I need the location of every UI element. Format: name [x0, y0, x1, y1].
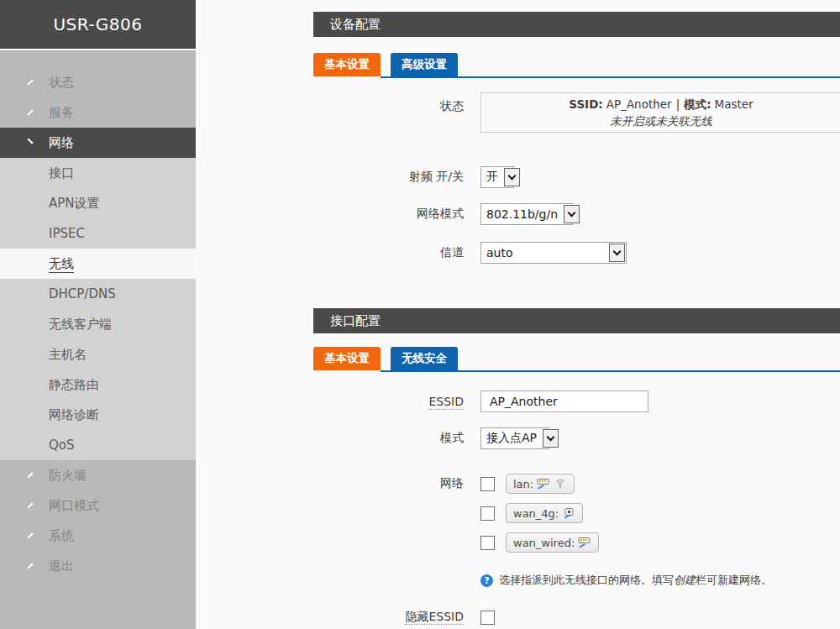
- status-label: 状态: [313, 92, 480, 114]
- sidebar-item-label: 网络: [29, 135, 74, 151]
- sidebar-item-logout[interactable]: 退出: [0, 551, 196, 581]
- chevron-right-icon: [0, 563, 29, 569]
- channel-select[interactable]: auto: [480, 242, 627, 264]
- radio-selected-value: 开: [481, 167, 503, 187]
- sidebar-item-label: QoS: [0, 438, 75, 453]
- sidebar-item-system[interactable]: 系统: [0, 521, 196, 551]
- network-assign-row-wan4g: wan_4g:: [480, 503, 840, 523]
- network-help-row: ? 选择指派到此无线接口的网络。填写创建栏可新建网络。: [480, 573, 840, 588]
- status-row: 状态 SSID:AP_Another|模式:Master 未开启或未关联无线: [313, 92, 840, 133]
- tab-basic-settings[interactable]: 基本设置: [313, 53, 381, 76]
- app-title: USR-G806: [0, 0, 196, 49]
- sidebar-item-label: 网络诊断: [0, 407, 99, 423]
- radio-row: 射频 开/关 开: [313, 166, 840, 188]
- chevron-down-icon: [568, 209, 576, 218]
- channel-row: 信道 auto: [313, 242, 840, 264]
- sidebar-item-qos[interactable]: QoS: [0, 430, 196, 460]
- sidebar-item-wireless[interactable]: 无线: [0, 249, 196, 279]
- network-badge-wan-wired: wan_wired:: [506, 532, 599, 553]
- select-dropdown-button[interactable]: [543, 429, 559, 448]
- sidebar-nav: 状态 服务 网络 接口 APN设置 IPSEC 无线 DHCP/DNS: [0, 50, 196, 629]
- sidebar-item-services[interactable]: 服务: [0, 97, 196, 128]
- network-mode-select[interactable]: 802.11b/g/n: [480, 203, 573, 225]
- network-badge-label: wan_wired:: [513, 537, 575, 549]
- tab-advanced-settings[interactable]: 高级设置: [391, 53, 458, 76]
- help-icon: ?: [480, 574, 493, 587]
- select-dropdown-button[interactable]: [504, 168, 520, 186]
- network-mode-row: 网络模式 802.11b/g/n: [313, 203, 840, 225]
- tab-underline: [381, 370, 840, 372]
- network-help-text: 选择指派到此无线接口的网络。填写创建栏可新建网络。: [499, 573, 772, 588]
- mode-row: 模式 接入点AP: [313, 427, 840, 449]
- network-assign-row-wanwired: wan_wired:: [480, 532, 840, 553]
- sidebar-item-apn[interactable]: APN设置: [0, 188, 196, 218]
- sidebar-item-label: 系统: [29, 528, 74, 544]
- ethernet-switch-icon: [537, 477, 550, 490]
- channel-selected-value: auto: [481, 243, 608, 263]
- network-checkbox-wan-4g[interactable]: [480, 506, 495, 521]
- select-dropdown-button[interactable]: [609, 244, 625, 262]
- sidebar-item-status[interactable]: 状态: [0, 67, 196, 97]
- sidebar-item-label: 无线客户端: [0, 317, 112, 333]
- sidebar-item-label: 接口: [0, 165, 74, 181]
- interface-config-tabs: 基本设置 无线安全: [313, 347, 840, 372]
- network-assign-row-lan: 网络 lan:: [313, 474, 840, 494]
- sidebar-item-label: 防火墙: [29, 468, 87, 484]
- sidebar-item-dhcp-dns[interactable]: DHCP/DNS: [0, 279, 196, 309]
- chevron-down-icon: [613, 248, 622, 256]
- channel-label: 信道: [313, 245, 480, 260]
- section-header-device-config: 设备配置: [313, 12, 840, 37]
- select-dropdown-button[interactable]: [564, 205, 580, 223]
- sidebar-item-label: 退出: [29, 558, 74, 574]
- chevron-down-icon: [508, 172, 517, 181]
- sidebar-item-label: 状态: [29, 75, 74, 91]
- device-config-tabs: 基本设置 高级设置: [313, 53, 840, 78]
- radio-label: 射频 开/关: [313, 170, 480, 185]
- network-badge-lan: lan:: [506, 474, 575, 494]
- hide-essid-label: 隐藏ESSID: [313, 610, 480, 625]
- sidebar-item-label: IPSEC: [0, 226, 85, 241]
- chevron-down-icon: [547, 433, 555, 442]
- chevron-right-icon: [0, 109, 29, 116]
- mode-select[interactable]: 接入点AP: [480, 427, 549, 449]
- hide-essid-checkbox[interactable]: [480, 611, 495, 625]
- essid-label: ESSID: [313, 395, 480, 408]
- tab-underline: [381, 76, 840, 78]
- chevron-right-icon: [0, 472, 29, 479]
- sidebar-item-label: 主机名: [0, 347, 87, 363]
- network-mode-label: 网络模式: [313, 207, 480, 222]
- sidebar-item-label: 无线: [0, 256, 74, 272]
- sidebar: USR-G806 状态 服务 网络 接口 APN设置 IPSEC 无线: [0, 0, 196, 629]
- wifi-antenna-icon: [554, 477, 567, 490]
- sidebar-item-label: APN设置: [0, 196, 100, 212]
- mode-label: 模式: [313, 431, 480, 446]
- tab-basic-settings[interactable]: 基本设置: [313, 347, 381, 370]
- network-checkbox-wan-wired[interactable]: [480, 536, 495, 550]
- chevron-right-icon: [0, 502, 29, 509]
- sidebar-item-diagnostics[interactable]: 网络诊断: [0, 400, 196, 430]
- sidebar-item-static-routes[interactable]: 静态路由: [0, 370, 196, 400]
- sidebar-item-label: 静态路由: [0, 377, 99, 393]
- network-checkbox-lan[interactable]: [480, 477, 495, 491]
- chevron-right-icon: [0, 79, 29, 86]
- tab-wireless-security[interactable]: 无线安全: [391, 347, 458, 370]
- sidebar-item-interfaces[interactable]: 接口: [0, 158, 196, 188]
- sidebar-item-network[interactable]: 网络: [0, 128, 196, 158]
- radio-on-off-select[interactable]: 开: [480, 166, 514, 188]
- sidebar-item-firewall[interactable]: 防火墙: [0, 460, 196, 490]
- main-content: 设备配置 基本设置 高级设置 状态 SSID:AP_Another|模式:Mas…: [313, 0, 840, 629]
- network-badge-label: lan:: [513, 478, 533, 490]
- chevron-down-icon: [0, 141, 29, 144]
- sidebar-item-port-mode[interactable]: 网口模式: [0, 490, 196, 521]
- wireless-status-box: SSID:AP_Another|模式:Master 未开启或未关联无线: [480, 92, 840, 133]
- sidebar-item-hostname[interactable]: 主机名: [0, 339, 196, 370]
- sidebar-item-wireless-clients[interactable]: 无线客户端: [0, 309, 196, 339]
- network-badge-label: wan_4g:: [513, 507, 559, 520]
- sidebar-item-label: 服务: [29, 105, 74, 121]
- status-note: 未开启或未关联无线: [610, 113, 712, 129]
- sidebar-submenu-network: 接口 APN设置 IPSEC 无线 DHCP/DNS 无线客户端 主机名 静态路…: [0, 158, 196, 460]
- network-label: 网络: [313, 476, 480, 491]
- sidebar-item-ipsec[interactable]: IPSEC: [0, 218, 196, 249]
- essid-input[interactable]: [480, 391, 648, 412]
- ethernet-port-icon: [562, 506, 575, 520]
